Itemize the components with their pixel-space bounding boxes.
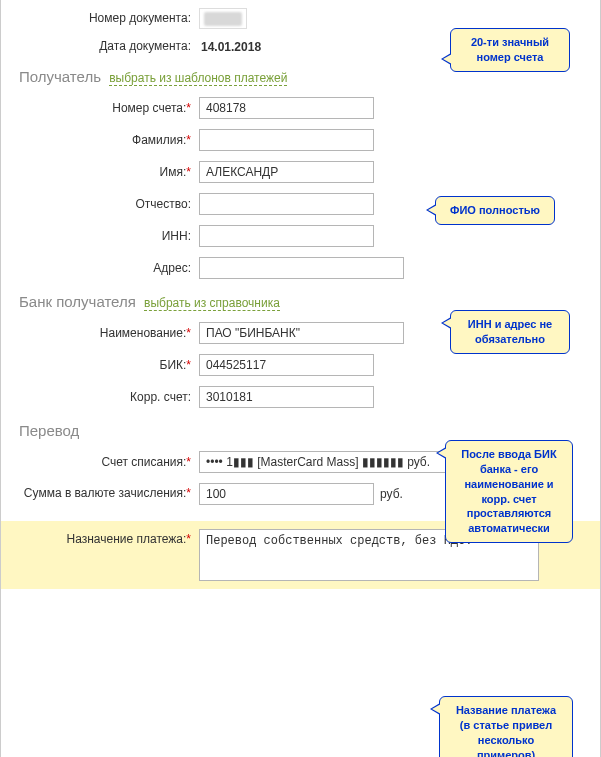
corr-input[interactable] [199, 386, 374, 408]
doc-no-label: Номер документа: [19, 11, 199, 27]
doc-date-value: 14.01.2018 [199, 40, 261, 54]
templates-link[interactable]: выбрать из шаблонов платежей [109, 71, 287, 86]
section-bank: Банк получателя выбрать из справочника [19, 293, 582, 310]
directory-link[interactable]: выбрать из справочника [144, 296, 280, 311]
section-bank-title: Банк получателя [19, 293, 136, 310]
bank-name-label: Наименование:* [19, 326, 199, 342]
inn-input[interactable] [199, 225, 374, 247]
patronymic-label: Отчество: [19, 197, 199, 213]
amount-label: Сумма в валюте зачисления:* [19, 483, 199, 502]
writeoff-label: Счет списания:* [19, 455, 199, 471]
doc-no-value [199, 8, 247, 29]
inn-label: ИНН: [19, 229, 199, 245]
purpose-label: Назначение платежа:* [19, 529, 199, 548]
amount-unit: руб. [380, 487, 403, 501]
surname-label: Фамилия:* [19, 133, 199, 149]
address-input[interactable] [199, 257, 404, 279]
callout-bik: После ввода БИК банка - его наименование… [445, 440, 573, 543]
callout-purpose: Название платежа (в статье привел нескол… [439, 696, 573, 757]
section-transfer-title: Перевод [19, 422, 79, 439]
callout-account-digits: 20-ти значный номер счета [450, 28, 570, 72]
callout-inn-address: ИНН и адрес не обязательно [450, 310, 570, 354]
name-label: Имя:* [19, 165, 199, 181]
section-recipient-title: Получатель [19, 68, 101, 85]
patronymic-input[interactable] [199, 193, 374, 215]
doc-date-label: Дата документа: [19, 39, 199, 55]
address-label: Адрес: [19, 261, 199, 277]
section-transfer: Перевод [19, 422, 582, 439]
bank-name-input[interactable] [199, 322, 404, 344]
account-input[interactable] [199, 97, 374, 119]
callout-fio: ФИО полностью [435, 196, 555, 225]
bik-input[interactable] [199, 354, 374, 376]
account-label: Номер счета:* [19, 101, 199, 117]
bik-label: БИК:* [19, 358, 199, 374]
corr-label: Корр. счет: [19, 390, 199, 406]
amount-input[interactable] [199, 483, 374, 505]
surname-input[interactable] [199, 129, 374, 151]
name-input[interactable] [199, 161, 374, 183]
